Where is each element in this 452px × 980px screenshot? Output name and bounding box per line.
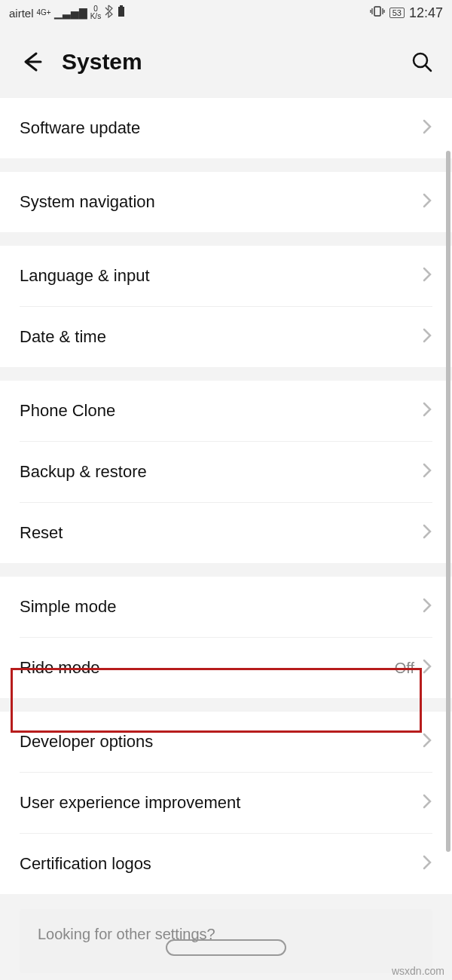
chevron-right-icon (422, 265, 432, 286)
chevron-right-icon (422, 191, 432, 213)
row-simple-mode[interactable]: Simple mode (0, 577, 452, 637)
settings-group: Software update (0, 98, 452, 158)
row-reset[interactable]: Reset (0, 503, 452, 563)
gesture-nav-pill[interactable] (166, 939, 286, 956)
vibrate-icon (370, 5, 385, 20)
row-ride-mode[interactable]: Ride mode Off (0, 638, 452, 698)
svg-rect-1 (118, 7, 124, 17)
bluetooth-icon (104, 5, 115, 21)
row-label: Certification logos (20, 854, 422, 874)
row-software-update[interactable]: Software update (0, 98, 452, 158)
chevron-right-icon (422, 326, 432, 348)
settings-group: System navigation (0, 172, 452, 232)
row-language-input[interactable]: Language & input (0, 246, 452, 306)
row-label: Backup & restore (20, 462, 422, 482)
status-bar: airtel 4G+ ▁▃▅▇ 0 K/s 53 12:47 (0, 0, 452, 26)
row-certification-logos[interactable]: Certification logos (0, 834, 452, 894)
settings-group: Language & input Date & time (0, 246, 452, 367)
row-user-experience-improvement[interactable]: User experience improvement (0, 773, 452, 833)
chevron-right-icon (422, 596, 432, 617)
status-right: 53 12:47 (370, 5, 443, 21)
search-icon[interactable] (410, 50, 434, 74)
row-label: Software update (20, 118, 422, 138)
carrier-label: airtel (9, 7, 34, 20)
svg-rect-2 (374, 7, 380, 16)
row-label: Reset (20, 523, 422, 543)
row-backup-restore[interactable]: Backup & restore (0, 442, 452, 502)
row-label: User experience improvement (20, 793, 422, 813)
row-developer-options[interactable]: Developer options (0, 712, 452, 772)
row-date-time[interactable]: Date & time (0, 307, 452, 367)
row-label: Phone Clone (20, 401, 422, 421)
watermark: wsxdn.com (392, 965, 444, 977)
settings-group: Simple mode Ride mode Off (0, 577, 452, 698)
chevron-right-icon (422, 792, 432, 813)
settings-group: Phone Clone Backup & restore Reset (0, 381, 452, 563)
clock: 12:47 (409, 5, 443, 21)
network-badge: 4G+ (37, 9, 51, 17)
signal-icon: ▁▃▅▇ (54, 7, 87, 19)
row-label: Language & input (20, 266, 422, 286)
back-icon[interactable] (18, 49, 44, 75)
chevron-right-icon (422, 522, 432, 544)
chevron-right-icon (422, 400, 432, 421)
battery-indicator: 53 (389, 8, 405, 18)
settings-group: Developer options User experience improv… (0, 712, 452, 894)
speed-unit: K/s (90, 13, 101, 20)
row-label: Ride mode (20, 658, 395, 678)
scrollbar[interactable] (446, 151, 450, 852)
data-speed: 0 K/s (90, 5, 101, 20)
row-value: Off (395, 660, 414, 677)
app-header: System (0, 26, 452, 98)
row-label: Date & time (20, 327, 422, 347)
chevron-right-icon (422, 657, 432, 678)
chevron-right-icon (422, 461, 432, 482)
row-phone-clone[interactable]: Phone Clone (0, 381, 452, 441)
row-label: System navigation (20, 192, 422, 212)
chevron-right-icon (422, 731, 432, 752)
chevron-right-icon (422, 118, 432, 139)
battery-small-icon (118, 5, 125, 20)
chevron-right-icon (422, 853, 432, 874)
row-system-navigation[interactable]: System navigation (0, 172, 452, 232)
svg-rect-0 (120, 5, 123, 7)
row-label: Simple mode (20, 597, 422, 617)
status-left: airtel 4G+ ▁▃▅▇ 0 K/s (9, 5, 125, 21)
page-title: System (62, 49, 392, 75)
row-label: Developer options (20, 732, 422, 752)
